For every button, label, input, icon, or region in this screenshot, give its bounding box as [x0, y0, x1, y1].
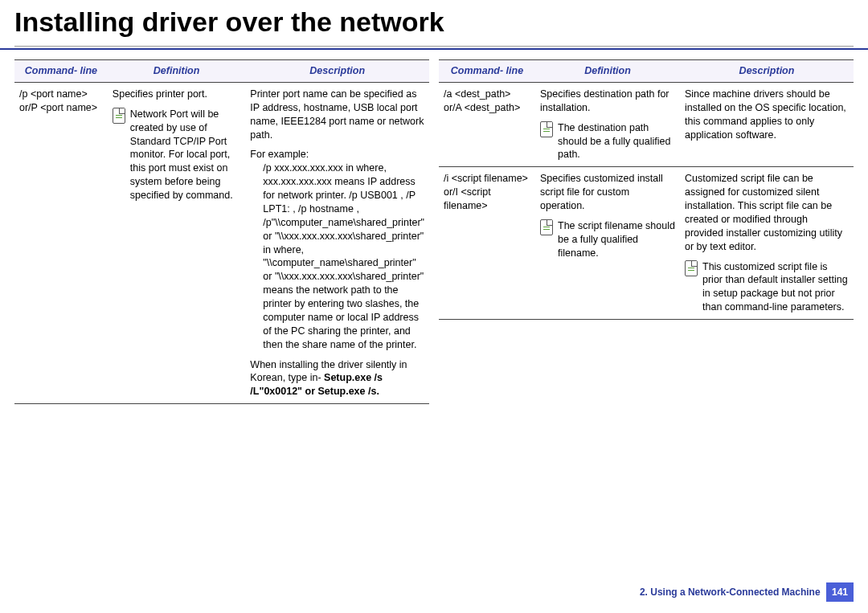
left-column: Command- line Definition Description /p …: [14, 59, 429, 404]
note-block: This customized script file is prior tha…: [685, 260, 849, 315]
table-row: /p <port name> or/P <port name> Specifie…: [14, 82, 429, 403]
table-row: /a <dest_path> or/A <dest_path> Specifie…: [439, 82, 854, 166]
cmd-cell: /a <dest_path> or/A <dest_path>: [439, 82, 535, 166]
page-number: 141: [826, 582, 854, 602]
def-text: Specifies printer port.: [113, 88, 241, 101]
desc-p1: Printer port name can be specified as IP…: [250, 88, 424, 142]
th-def: Definition: [108, 60, 246, 83]
th-cmd: Command- line: [14, 60, 108, 83]
def-cell: Specifies destination path for installat…: [535, 82, 680, 166]
desc-cell: Since machine drivers should be installe…: [680, 82, 854, 166]
note-block: The destination path should be a fully q…: [540, 121, 675, 162]
desc-p2: When installing the driver silently in K…: [250, 358, 424, 399]
desc-example: /p xxx.xxx.xxx.xxx in where, xxx.xxx.xxx…: [250, 161, 424, 351]
desc-cell: Customized script file can be assigned f…: [680, 167, 854, 320]
table-row: /i <script filename> or/I <script filena…: [439, 167, 854, 320]
cmd-cell: /i <script filename> or/I <script filena…: [439, 167, 535, 320]
cmd-cell: /p <port name> or/P <port name>: [14, 82, 108, 403]
desc-for: For example:: [250, 148, 424, 161]
content-columns: Command- line Definition Description /p …: [0, 50, 868, 404]
note-icon: [113, 108, 125, 124]
th-cmd: Command- line: [439, 60, 535, 83]
desc-cell: Printer port name can be specified as IP…: [245, 82, 429, 403]
page-title: Installing driver over the network: [0, 0, 868, 41]
note-text: Network Port will be created by use of S…: [130, 108, 241, 202]
footer-chapter: 2. Using a Network-Connected Machine: [640, 586, 821, 598]
title-underline: [14, 46, 854, 47]
note-text: The destination path should be a fully q…: [558, 121, 675, 162]
left-table: Command- line Definition Description /p …: [14, 59, 429, 404]
th-def: Definition: [535, 60, 680, 83]
note-text: This customized script file is prior tha…: [702, 260, 849, 315]
def-text: Specifies customized install script file…: [540, 172, 675, 213]
desc-text: Customized script file can be assigned f…: [685, 172, 849, 253]
def-cell: Specifies printer port. Network Port wil…: [108, 82, 246, 403]
def-text: Specifies destination path for installat…: [540, 88, 675, 115]
def-cell: Specifies customized install script file…: [535, 167, 680, 320]
page-footer: 2. Using a Network-Connected Machine 141: [640, 582, 854, 602]
th-desc: Description: [680, 60, 854, 83]
note-icon: [540, 121, 553, 137]
th-desc: Description: [245, 60, 429, 83]
note-block: The script filename should be a fully qu…: [540, 219, 675, 260]
note-text: The script filename should be a fully qu…: [558, 219, 675, 260]
note-icon: [685, 260, 698, 276]
right-table: Command- line Definition Description /a …: [439, 59, 854, 320]
note-block: Network Port will be created by use of S…: [113, 108, 241, 202]
right-column: Command- line Definition Description /a …: [439, 59, 854, 404]
note-icon: [540, 219, 553, 235]
